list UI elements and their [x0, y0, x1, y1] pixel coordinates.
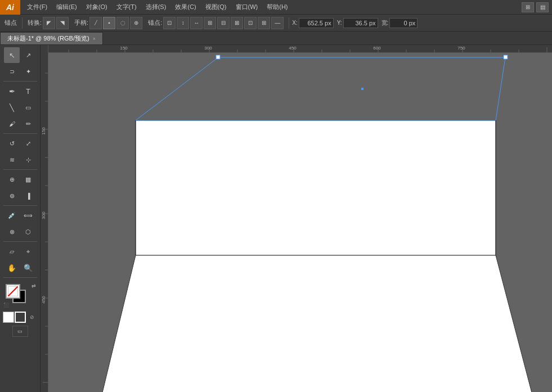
menu-object[interactable]: 对象(O)	[82, 0, 112, 14]
svg-text:750: 750	[457, 46, 465, 51]
live-paint-tool[interactable]: ⬡	[20, 224, 36, 240]
menu-file[interactable]: 文件(F)	[23, 0, 52, 14]
arrange-icon[interactable]: ⊞	[522, 2, 534, 12]
none-mode-icon[interactable]: ⊘	[26, 312, 38, 323]
anchor-align-btn-1[interactable]: ⊡	[163, 17, 176, 29]
swap-colors-icon[interactable]: ⇄	[32, 283, 36, 289]
free-transform-tool[interactable]: ⊹	[20, 152, 36, 168]
tool-row-7: ≋ ⊹	[4, 152, 36, 168]
anchor-top-left[interactable]	[216, 55, 220, 59]
anchor-align-btn-8[interactable]: ⊞	[258, 17, 270, 29]
svg-text:600: 600	[373, 46, 381, 51]
fill-mode-icon[interactable]	[3, 312, 14, 323]
tool-divider-1	[3, 81, 37, 82]
tool-row-2: ⊃ ✦	[4, 64, 36, 79]
scale-tool[interactable]: ⤢	[20, 136, 36, 151]
tool-divider-6	[3, 277, 37, 278]
handle-btn-4[interactable]: ⊕	[130, 17, 142, 29]
handle-btn-3[interactable]: ◌	[116, 17, 129, 29]
blend-tool[interactable]: ⊗	[4, 224, 20, 240]
anchor-label: 锚点	[5, 19, 17, 27]
menu-select[interactable]: 选择(S)	[141, 0, 171, 14]
y-coord-input[interactable]	[343, 18, 378, 28]
w-coord-group: 宽:	[382, 18, 418, 28]
reset-colors-icon[interactable]: ⬛	[3, 303, 9, 308]
canvas-content	[48, 53, 552, 392]
color-swatches: ⇄ ⬛	[3, 282, 37, 308]
artboard-tool[interactable]: ▱	[4, 244, 20, 259]
tab-close-btn[interactable]: ×	[93, 36, 96, 42]
rect-tool[interactable]: ▭	[20, 100, 36, 115]
transform-label: 转换:	[28, 19, 42, 27]
pencil-tool[interactable]: ✏	[20, 116, 36, 132]
svg-text:300: 300	[41, 211, 46, 219]
x-coord-label: X:	[292, 20, 297, 26]
handle-btn-1[interactable]: ╱	[89, 17, 102, 29]
direct-selection-tool[interactable]: ↗	[20, 47, 36, 63]
stroke-mode-icon[interactable]	[15, 312, 26, 323]
type-tool[interactable]: T	[20, 83, 36, 99]
menu-type[interactable]: 文字(T)	[112, 0, 141, 14]
color-mode-row: ⊘	[3, 312, 38, 323]
shape-builder-tool[interactable]: ⊕	[4, 172, 20, 187]
anchor-top-right[interactable]	[504, 55, 508, 59]
main-area: ↖ ↗ ⊃ ✦ ✒ T ╲ ▭ 🖌 ✏ ↺ ⤢ ≋ ⊹	[0, 45, 552, 392]
tool-row-3: ✒ T	[4, 83, 36, 99]
w-coord-input[interactable]	[389, 18, 418, 28]
menu-effect[interactable]: 效果(C)	[170, 0, 200, 14]
tool-row-5: 🖌 ✏	[4, 116, 36, 132]
toolbar-divider-2	[289, 17, 289, 29]
document-tab[interactable]: 未标题-1* @ 98% (RGB/预览) ×	[0, 32, 103, 44]
zoom-tool[interactable]: 🔍	[20, 260, 36, 276]
y-coord-label: Y:	[337, 20, 342, 26]
anchor-align-btn-3[interactable]: ↔	[190, 17, 203, 29]
lasso-tool[interactable]: ⊃	[4, 64, 20, 79]
selection-tool[interactable]: ↖	[4, 47, 20, 63]
hand-tool[interactable]: ✋	[4, 260, 20, 276]
x-coord-group: X: Y:	[292, 18, 378, 28]
left-toolbar: ↖ ↗ ⊃ ✦ ✒ T ╲ ▭ 🖌 ✏ ↺ ⤢ ≋ ⊹	[0, 45, 41, 392]
menu-window[interactable]: 窗口(W)	[231, 0, 263, 14]
x-coord-input[interactable]	[299, 18, 334, 28]
anchor-align-btn-4[interactable]: ⊞	[204, 17, 216, 29]
symbol-tool[interactable]: ⊛	[4, 188, 20, 204]
warp-tool[interactable]: ≋	[4, 152, 20, 168]
foreground-color-swatch[interactable]	[6, 284, 20, 299]
column-graph-tool[interactable]: ▐	[20, 188, 36, 204]
vertical-ruler: 150 300 450	[41, 45, 48, 392]
menu-right-icons: ⊞ ▤	[522, 2, 552, 12]
magic-wand-tool[interactable]: ✦	[20, 64, 36, 79]
svg-text:150: 150	[120, 46, 128, 51]
rotate-tool[interactable]: ↺	[4, 136, 20, 151]
trapezoid-bottom-shape[interactable]	[102, 255, 532, 392]
svg-text:450: 450	[289, 46, 297, 51]
menu-help[interactable]: 帮助(H)	[262, 0, 292, 14]
tool-divider-3	[3, 169, 37, 170]
tool-row-6: ↺ ⤢	[4, 136, 36, 151]
menu-view[interactable]: 视图(Q)	[201, 0, 231, 14]
menu-edit[interactable]: 编辑(E)	[52, 0, 82, 14]
chart-tool[interactable]: ▦	[20, 172, 36, 187]
anchor-align-btn-6[interactable]: ⊠	[231, 17, 243, 29]
trapezoid-top-shape[interactable]	[136, 57, 505, 120]
eyedropper-tool[interactable]: 💉	[4, 208, 20, 223]
tool-row-11: ⊗ ⬡	[4, 224, 36, 240]
svg-text:300: 300	[204, 46, 212, 51]
anchor-align-btn-7[interactable]: ⊡	[244, 17, 257, 29]
transform-btn-2[interactable]: ◥	[56, 17, 69, 29]
slice-tool[interactable]: ⌖	[20, 244, 36, 259]
transform-btn-1[interactable]: ◤	[43, 17, 55, 29]
horizontal-ruler: 150 300 450 600 750	[41, 45, 552, 53]
pen-tool[interactable]: ✒	[4, 83, 20, 99]
anchor-align-btn-5[interactable]: ⊟	[217, 17, 230, 29]
handle-btn-2[interactable]: ▪	[103, 17, 115, 29]
change-screen-mode-icon[interactable]: ▭	[12, 326, 28, 337]
workspace-icon[interactable]: ▤	[536, 2, 549, 12]
tool-row-13: ✋ 🔍	[4, 260, 36, 276]
line-tool[interactable]: ╲	[4, 100, 20, 115]
anchor-align-btn-9[interactable]: —	[271, 17, 284, 29]
measure-tool[interactable]: ⟺	[20, 208, 36, 223]
tool-row-12: ▱ ⌖	[4, 244, 36, 259]
paintbrush-tool[interactable]: 🖌	[4, 116, 20, 132]
anchor-align-btn-2[interactable]: ↕	[177, 17, 189, 29]
